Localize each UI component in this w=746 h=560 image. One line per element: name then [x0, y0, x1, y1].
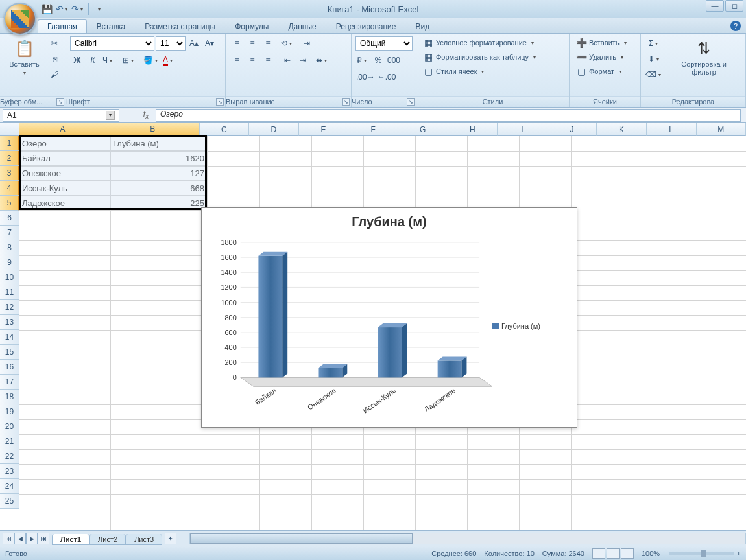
cell[interactable]: Иссык-Куль	[19, 181, 110, 196]
format-cells-button[interactable]: ▢Формат▾	[573, 65, 626, 78]
font-color-icon[interactable]: A▾	[162, 53, 176, 67]
column-header[interactable]: I	[498, 123, 547, 136]
align-right-icon[interactable]: ≡	[261, 53, 275, 67]
row-header[interactable]: 10	[0, 270, 19, 285]
row-header[interactable]: 23	[0, 464, 19, 479]
row-header[interactable]: 19	[0, 404, 19, 419]
paste-button[interactable]: 📋 Вставить▾	[4, 36, 45, 78]
row-header[interactable]: 17	[0, 375, 19, 390]
row-header[interactable]: 2	[0, 151, 19, 166]
sort-filter-button[interactable]: ⇅ Сортировка и фильтр	[666, 36, 741, 78]
italic-icon[interactable]: К	[86, 53, 100, 67]
cell[interactable]: 1620	[110, 151, 208, 166]
spreadsheet-grid[interactable]: ABCDEFGHIJKLM 12345678910111213141516171…	[0, 123, 746, 530]
underline-icon[interactable]: Ч▾	[101, 53, 115, 67]
insert-cells-button[interactable]: ➕Вставить▾	[573, 36, 631, 49]
row-header[interactable]: 22	[0, 449, 19, 464]
cell[interactable]: Байкал	[19, 151, 110, 166]
zoom-control[interactable]: 100% −+	[642, 550, 741, 557]
decrease-decimal-icon[interactable]: ←.00	[377, 70, 397, 84]
align-left-icon[interactable]: ≡	[230, 53, 244, 67]
sheet-tab[interactable]: Лист3	[126, 534, 162, 545]
increase-font-icon[interactable]: A▴	[187, 36, 201, 51]
help-icon[interactable]: ?	[730, 21, 741, 31]
row-header[interactable]: 8	[0, 240, 19, 255]
row-header[interactable]: 1	[0, 136, 19, 151]
decrease-font-icon[interactable]: A▾	[202, 36, 217, 51]
office-button[interactable]	[4, 3, 36, 35]
clear-icon[interactable]: ⌫▾	[645, 67, 664, 82]
view-page-break-icon[interactable]	[621, 548, 634, 559]
launcher-icon[interactable]: ↘	[216, 98, 224, 106]
sheet-nav-first-icon[interactable]: ⏮	[3, 533, 14, 544]
copy-icon[interactable]: ⎘	[47, 52, 62, 66]
cell[interactable]: 225	[110, 196, 208, 211]
tab-вставка[interactable]: Вставка	[87, 19, 136, 33]
cell[interactable]: 668	[110, 181, 208, 196]
redo-icon[interactable]: ↷▾	[71, 3, 84, 16]
font-size-select[interactable]: 11	[156, 36, 186, 51]
row-header[interactable]: 16	[0, 360, 19, 375]
sheet-tab[interactable]: Лист2	[90, 534, 126, 545]
row-header[interactable]: 12	[0, 300, 19, 315]
bold-icon[interactable]: Ж	[70, 53, 84, 67]
fx-icon[interactable]: fx	[139, 110, 153, 121]
save-icon[interactable]: 💾	[40, 3, 53, 16]
tab-данные[interactable]: Данные	[278, 19, 326, 33]
format-as-table-button[interactable]: ▦Форматировать как таблицу▾	[420, 51, 540, 64]
column-header[interactable]: H	[448, 123, 498, 136]
cell[interactable]: Глубина (м)	[110, 136, 208, 151]
percent-icon[interactable]: %	[371, 53, 385, 67]
cut-icon[interactable]: ✂	[47, 36, 62, 51]
cell[interactable]: Онежское	[19, 166, 110, 181]
cell-styles-button[interactable]: ▢Стили ячеек▾	[420, 65, 488, 78]
increase-decimal-icon[interactable]: .00→	[355, 70, 376, 84]
orientation-icon[interactable]: ⟲▾	[280, 36, 295, 51]
currency-icon[interactable]: ₽▾	[355, 53, 370, 67]
horizontal-scrollbar[interactable]	[189, 533, 746, 544]
row-header[interactable]: 13	[0, 315, 19, 330]
align-middle-icon[interactable]: ≡	[245, 36, 259, 51]
autosum-icon[interactable]: Σ▾	[645, 36, 664, 51]
row-header[interactable]: 25	[0, 494, 19, 509]
font-name-select[interactable]: Calibri	[70, 36, 154, 51]
thousands-icon[interactable]: 000	[387, 53, 401, 67]
row-header[interactable]: 20	[0, 419, 19, 434]
new-sheet-icon[interactable]: ✦	[165, 533, 176, 544]
maximize-button[interactable]: ◻	[725, 0, 743, 12]
wrap-text-icon[interactable]: ⇥	[300, 36, 314, 51]
delete-cells-button[interactable]: ➖Удалить▾	[573, 51, 628, 64]
column-header[interactable]: L	[647, 123, 697, 136]
column-header[interactable]: E	[299, 123, 349, 136]
row-header[interactable]: 6	[0, 211, 19, 226]
indent-increase-icon[interactable]: ⇥	[296, 53, 310, 67]
format-painter-icon[interactable]: 🖌	[47, 67, 62, 82]
sheet-nav-next-icon[interactable]: ▶	[26, 533, 38, 544]
launcher-icon[interactable]: ↘	[407, 98, 415, 106]
sheet-nav-last-icon[interactable]: ⏭	[38, 533, 49, 544]
select-all-corner[interactable]	[0, 123, 19, 136]
undo-icon[interactable]: ↶▾	[56, 3, 69, 16]
row-header[interactable]: 7	[0, 226, 19, 240]
row-header[interactable]: 21	[0, 434, 19, 449]
launcher-icon[interactable]: ↘	[342, 98, 350, 106]
sheet-nav-prev-icon[interactable]: ◀	[14, 533, 26, 544]
row-header[interactable]: 15	[0, 345, 19, 360]
fill-icon[interactable]: ⬇▾	[645, 52, 664, 66]
merge-icon[interactable]: ⬌▾	[315, 53, 330, 67]
name-box-dropdown-icon[interactable]: ▾	[106, 111, 115, 120]
tab-главная[interactable]: Главная	[38, 19, 87, 33]
tab-разметка страницы[interactable]: Разметка страницы	[135, 19, 225, 33]
column-header[interactable]: B	[106, 123, 200, 136]
column-header[interactable]: D	[249, 123, 299, 136]
indent-decrease-icon[interactable]: ⇤	[280, 53, 295, 67]
cell[interactable]: Ладожское	[19, 196, 110, 211]
align-bottom-icon[interactable]: ≡	[261, 36, 275, 51]
tab-рецензирование[interactable]: Рецензирование	[326, 19, 406, 33]
row-header[interactable]: 5	[0, 196, 19, 211]
column-header[interactable]: G	[398, 123, 448, 136]
align-top-icon[interactable]: ≡	[230, 36, 244, 51]
row-header[interactable]: 18	[0, 390, 19, 404]
row-header[interactable]: 9	[0, 255, 19, 270]
row-header[interactable]: 3	[0, 166, 19, 181]
